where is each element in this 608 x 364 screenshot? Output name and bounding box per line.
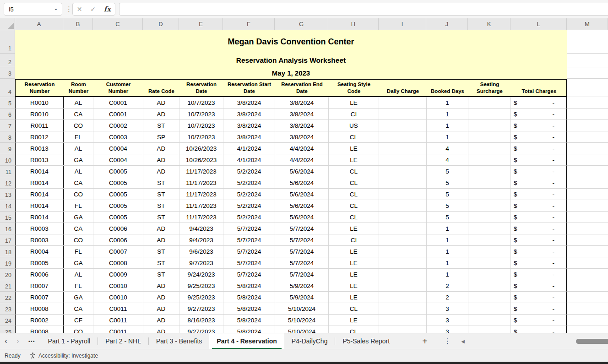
cell-j22[interactable]: 2	[427, 292, 468, 303]
cell-b5[interactable]: AL	[64, 97, 93, 108]
cell-m24[interactable]	[567, 315, 608, 326]
cell-k11[interactable]	[468, 166, 511, 177]
cell-k20[interactable]	[468, 269, 511, 280]
cell-i21[interactable]	[379, 280, 427, 291]
cell-h9[interactable]: LE	[329, 143, 379, 154]
cell-f18[interactable]: 5/7/2024	[223, 246, 275, 257]
cell-f10[interactable]: 4/1/2024	[223, 154, 275, 165]
header-cell-d4[interactable]: Rate Code	[143, 80, 179, 96]
cell-g22[interactable]: 5/9/2024	[275, 292, 329, 303]
row-header-12[interactable]: 12	[0, 177, 15, 189]
cell-m16[interactable]	[567, 223, 608, 234]
row-header-4[interactable]: 4	[0, 79, 15, 97]
cell-d24[interactable]: AD	[143, 315, 179, 326]
cell-e7[interactable]: 10/7/2023	[179, 120, 223, 131]
cell-d17[interactable]: AD	[143, 234, 179, 245]
cell-k18[interactable]	[468, 246, 511, 257]
cell-title-merged[interactable]: Megan Davis Convention CenterReservation…	[15, 30, 567, 79]
cell-a21[interactable]: R0007	[16, 280, 64, 291]
row-header-24[interactable]: 24	[0, 315, 15, 326]
cell-d11[interactable]: AD	[143, 166, 179, 177]
header-cell-g4[interactable]: Reservation EndDate	[275, 80, 329, 96]
cell-l20[interactable]: $-	[511, 269, 567, 280]
cell-c11[interactable]: C0005	[93, 166, 143, 177]
column-header-c[interactable]: C	[93, 18, 143, 30]
cell-e16[interactable]: 9/4/2023	[179, 223, 223, 234]
cell-h24[interactable]: LE	[329, 315, 379, 326]
cell-f24[interactable]: 5/8/2024	[223, 315, 275, 326]
cell-m4[interactable]	[567, 79, 608, 97]
cell-k14[interactable]	[468, 200, 511, 211]
row-header-3[interactable]: 3	[0, 67, 15, 79]
column-header-a[interactable]: A	[15, 18, 63, 30]
cell-i5[interactable]	[379, 97, 427, 108]
cell-l25[interactable]: $-	[511, 326, 567, 333]
accessibility-check-button[interactable]: Accessibility: Investigate	[27, 349, 101, 362]
cell-j20[interactable]: 1	[427, 269, 468, 280]
cell-f19[interactable]: 5/7/2024	[223, 257, 275, 268]
cell-f22[interactable]: 5/8/2024	[223, 292, 275, 303]
cell-j7[interactable]: 1	[427, 120, 468, 131]
cell-b9[interactable]: AL	[64, 143, 93, 154]
sheet-options-icon[interactable]: ⋮	[442, 337, 453, 345]
new-sheet-button[interactable]: +	[418, 336, 432, 347]
cell-j15[interactable]: 5	[427, 212, 468, 223]
cell-k6[interactable]	[468, 109, 511, 120]
cell-l14[interactable]: $-	[511, 200, 567, 211]
header-cell-e4[interactable]: ReservationDate	[179, 80, 223, 96]
cell-j24[interactable]: 3	[427, 315, 468, 326]
cell-a15[interactable]: R0014	[16, 212, 64, 223]
header-cell-h4[interactable]: Seating StyleCode	[329, 80, 379, 96]
all-sheets-icon[interactable]: •••	[28, 338, 35, 344]
cell-c12[interactable]: C0005	[93, 177, 143, 188]
cell-m15[interactable]	[567, 212, 608, 223]
cell-d15[interactable]: ST	[143, 212, 179, 223]
cell-e9[interactable]: 10/26/2023	[179, 143, 223, 154]
cell-b21[interactable]: FL	[64, 280, 93, 291]
cell-g15[interactable]: 5/6/2024	[275, 212, 329, 223]
header-cell-l4[interactable]: Total Charges	[511, 80, 567, 96]
cell-g10[interactable]: 4/4/2024	[275, 154, 329, 165]
cell-k12[interactable]	[468, 177, 511, 188]
cell-a13[interactable]: R0014	[16, 189, 64, 200]
cell-a6[interactable]: R0010	[16, 109, 64, 120]
cell-a12[interactable]: R0014	[16, 177, 64, 188]
column-header-i[interactable]: I	[379, 18, 426, 30]
cell-h13[interactable]: CL	[329, 189, 379, 200]
cell-m2[interactable]	[567, 54, 608, 67]
cell-j9[interactable]: 4	[427, 143, 468, 154]
cell-m8[interactable]	[567, 131, 608, 143]
cell-k15[interactable]	[468, 212, 511, 223]
prev-sheet-icon[interactable]: ‹	[0, 337, 12, 345]
cell-j23[interactable]: 3	[427, 303, 468, 314]
cell-l8[interactable]: $-	[511, 131, 567, 142]
cell-c10[interactable]: C0004	[93, 154, 143, 165]
cell-d13[interactable]: ST	[143, 189, 179, 200]
hscroll-left-icon[interactable]: ◀	[461, 339, 465, 344]
cell-k24[interactable]	[468, 315, 511, 326]
cell-l13[interactable]: $-	[511, 189, 567, 200]
cell-g16[interactable]: 5/7/2024	[275, 223, 329, 234]
cell-e22[interactable]: 9/25/2023	[179, 292, 223, 303]
cell-k17[interactable]	[468, 234, 511, 245]
cell-d7[interactable]: ST	[143, 120, 179, 131]
cell-i22[interactable]	[379, 292, 427, 303]
cell-k10[interactable]	[468, 154, 511, 165]
cell-l23[interactable]: $-	[511, 303, 567, 314]
cell-f20[interactable]: 5/7/2024	[223, 269, 275, 280]
insert-function-icon[interactable]: fx	[104, 5, 111, 13]
cell-g23[interactable]: 5/10/2024	[275, 303, 329, 314]
cell-h12[interactable]: CL	[329, 177, 379, 188]
cell-k16[interactable]	[468, 223, 511, 234]
row-header-2[interactable]: 2	[0, 54, 15, 67]
cell-b22[interactable]: GA	[64, 292, 93, 303]
cell-m1[interactable]	[567, 30, 608, 54]
cell-h23[interactable]: CL	[329, 303, 379, 314]
cell-e8[interactable]: 10/7/2023	[179, 131, 223, 142]
cell-b14[interactable]: FL	[64, 200, 93, 211]
cell-k21[interactable]	[468, 280, 511, 291]
sheet-tab-part-1-payroll[interactable]: Part 1 - Payroll	[41, 333, 98, 349]
row-header-20[interactable]: 20	[0, 269, 15, 280]
cell-j25[interactable]: 3	[427, 326, 468, 333]
row-header-15[interactable]: 15	[0, 212, 15, 223]
